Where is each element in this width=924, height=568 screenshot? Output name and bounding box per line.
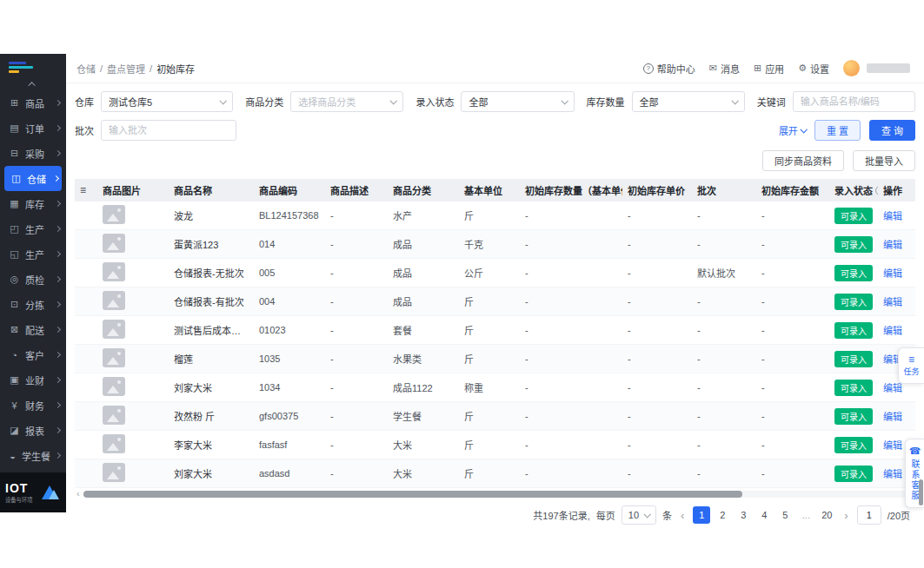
sidebar-item-products[interactable]: ⊞ 商品: [0, 90, 66, 116]
sidebar-item-finance[interactable]: ¥ 财务: [0, 393, 66, 418]
sidebar-item-production[interactable]: ◰ 生产: [0, 216, 66, 241]
edit-link[interactable]: 编辑: [883, 240, 902, 250]
product-category-cell: 水产: [388, 208, 459, 222]
sidebar-menu: ⊞ 商品 ▤ 订单 ⊟ 采购 ◫ 仓储 ▦ 库存 ◰ 生产 ◱ 生产 ◎ 质检: [0, 89, 66, 472]
gear-icon: ⚙: [798, 63, 807, 74]
product-category-cell: 大米: [388, 438, 459, 452]
prev-page-button[interactable]: ‹: [678, 509, 687, 522]
product-desc-cell: -: [325, 468, 388, 479]
main-content: 仓储 / 盘点管理 / 初始库存 ? 帮助中心 ✉ 消息: [66, 54, 924, 512]
base-unit-cell: 公斤: [459, 266, 520, 280]
page-button-4[interactable]: 4: [755, 506, 773, 524]
batch-import-button[interactable]: 批量导入: [853, 150, 915, 171]
col-product-desc: 商品描述: [330, 183, 369, 197]
task-fab[interactable]: ≡ 任务: [898, 347, 924, 384]
student-meal-icon: ◒: [9, 451, 17, 461]
sidebar-item-warehouse[interactable]: ◫ 仓储: [4, 166, 62, 191]
chevron-right-icon: [55, 201, 61, 207]
next-page-button[interactable]: ›: [841, 509, 850, 522]
sync-products-button[interactable]: 同步商品资料: [762, 150, 844, 171]
sidebar-item-reports[interactable]: ◪ 报表: [0, 418, 66, 443]
base-unit-cell: 斤: [459, 466, 520, 480]
page-button-2[interactable]: 2: [714, 506, 731, 524]
initial-qty-cell: -: [520, 382, 622, 393]
image-placeholder-icon: [103, 234, 125, 253]
batch-cell: -: [692, 296, 756, 307]
page-button-5[interactable]: 5: [776, 506, 794, 524]
edit-link[interactable]: 编辑: [883, 326, 902, 336]
product-code-cell: 005: [254, 267, 325, 278]
product-desc-cell: -: [325, 267, 388, 278]
batch-cell: -: [692, 468, 756, 479]
sidebar-item-label: 配送: [25, 323, 50, 337]
col-operations: 操作: [883, 183, 902, 197]
quality-icon: ◎: [9, 274, 20, 285]
warehouse-select[interactable]: 测试仓库5: [101, 91, 233, 112]
breadcrumb-item-stocktake[interactable]: 盘点管理: [107, 62, 145, 76]
scroll-left-arrow[interactable]: ‹: [75, 490, 82, 499]
purchase-icon: ⊟: [9, 148, 20, 159]
sidebar-item-quality[interactable]: ◎ 质检: [0, 267, 66, 292]
product-code-cell: 014: [254, 239, 325, 249]
expand-filters-link[interactable]: 展开: [779, 123, 806, 137]
sidebar-item-biz-finance[interactable]: ▣ 业财: [0, 367, 66, 393]
stock-qty-select[interactable]: 全部: [632, 91, 745, 112]
edit-link[interactable]: 编辑: [883, 297, 902, 307]
table-row: 刘家大米 asdasd - 大米 斤 - - - - 可录入 编辑: [75, 459, 915, 488]
task-fab-label: 任务: [903, 366, 919, 377]
edit-link[interactable]: 编辑: [883, 440, 902, 451]
vertical-scrollbar-thumb[interactable]: [919, 479, 923, 505]
reset-button[interactable]: 重 置: [814, 120, 861, 141]
query-button[interactable]: 查 询: [869, 120, 915, 141]
initial-price-cell: -: [622, 267, 692, 278]
status-badge: 可录入: [834, 265, 873, 281]
scrollbar-thumb[interactable]: [83, 491, 742, 498]
edit-link[interactable]: 编辑: [883, 412, 902, 422]
edit-link[interactable]: 编辑: [883, 211, 902, 221]
entry-status-select[interactable]: 全部: [461, 91, 574, 112]
batch-input[interactable]: [101, 120, 236, 141]
top-actions: ? 帮助中心 ✉ 消息 ⊞ 应用 ⚙ 设置: [643, 60, 910, 76]
products-icon: ⊞: [9, 97, 20, 109]
image-placeholder-icon: [103, 291, 125, 310]
keyword-input[interactable]: [793, 91, 915, 112]
settings-link[interactable]: ⚙ 设置: [798, 62, 829, 76]
base-unit-cell: 斤: [459, 409, 520, 423]
menu-collapse-icon[interactable]: [0, 80, 66, 89]
sidebar-item-purchase[interactable]: ⊟ 采购: [0, 141, 66, 166]
sidebar-item-customers[interactable]: ◔ 客户: [0, 342, 66, 367]
column-settings-icon[interactable]: ≡: [80, 184, 86, 196]
entry-status-value: 全部: [469, 95, 561, 109]
chevron-right-icon: [55, 150, 61, 156]
product-code-cell: 004: [254, 296, 325, 307]
help-center-link[interactable]: ? 帮助中心: [643, 62, 695, 76]
scrollbar-track[interactable]: [83, 491, 907, 498]
sidebar-item-orders[interactable]: ▤ 订单: [0, 116, 66, 141]
apps-link[interactable]: ⊞ 应用: [754, 62, 784, 76]
product-name-cell: 仓储报表-无批次: [169, 266, 254, 280]
page-button-3[interactable]: 3: [735, 506, 752, 524]
sidebar-item-delivery[interactable]: ⊠ 配送: [0, 317, 66, 342]
page-jump-input[interactable]: [857, 505, 881, 525]
sidebar-item-inventory[interactable]: ▦ 库存: [0, 191, 66, 216]
messages-link[interactable]: ✉ 消息: [709, 62, 740, 76]
category-select[interactable]: 选择商品分类: [290, 91, 403, 112]
initial-qty-cell: -: [520, 267, 622, 278]
page-button-1[interactable]: 1: [693, 506, 710, 524]
page-buttons: 12345...20: [693, 506, 835, 524]
batch-label: 批次: [75, 123, 94, 137]
table-toolbar: 同步商品资料 批量导入: [66, 149, 924, 179]
edit-link[interactable]: 编辑: [883, 268, 902, 279]
sidebar-item-student-meal[interactable]: ◒ 学生餐: [0, 443, 66, 468]
sidebar-item-sorting[interactable]: ⊡ 分拣: [0, 292, 66, 317]
avatar[interactable]: [843, 60, 860, 76]
page-button-20[interactable]: 20: [818, 506, 835, 524]
product-image-cell: [97, 434, 169, 455]
apps-label: 应用: [765, 62, 784, 76]
edit-link[interactable]: 编辑: [883, 383, 902, 393]
per-page-select[interactable]: 10: [622, 505, 656, 525]
edit-link[interactable]: 编辑: [883, 469, 902, 479]
sidebar-item-production2[interactable]: ◱ 生产: [0, 241, 66, 267]
sidebar-item-label: 报表: [25, 424, 50, 438]
breadcrumb-item-warehouse[interactable]: 仓储: [76, 62, 96, 76]
